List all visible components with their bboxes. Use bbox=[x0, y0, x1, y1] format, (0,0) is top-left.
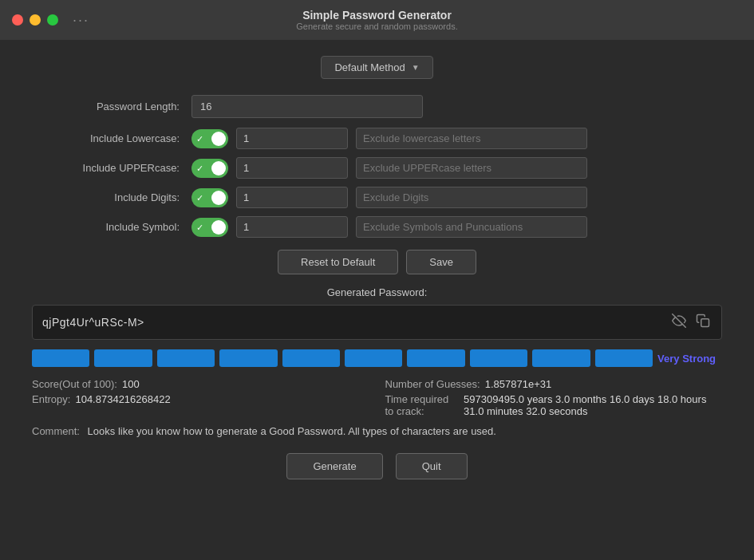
check-icon: ✓ bbox=[196, 133, 203, 144]
strength-bar-row: Very Strong bbox=[32, 349, 722, 367]
strength-segment bbox=[157, 349, 215, 367]
generated-password-row: qjPgt4Ur^uRSc-M> bbox=[32, 305, 722, 340]
lowercase-row: Include Lowercase: ✓ bbox=[32, 128, 722, 149]
stats-grid: Score(Out of 100): 100 Number of Guesses… bbox=[32, 378, 722, 417]
digits-toggle[interactable]: ✓ bbox=[191, 188, 228, 207]
strength-segment bbox=[595, 349, 653, 367]
comment-row: Comment: Looks like you know how to gene… bbox=[32, 425, 722, 437]
strength-segment bbox=[32, 349, 89, 367]
entropy-stat: Entropy: 104.8734216268422 bbox=[32, 393, 369, 417]
strength-segment bbox=[219, 349, 277, 367]
strength-segment bbox=[470, 349, 527, 367]
guesses-stat: Number of Guesses: 1.857871e+31 bbox=[385, 378, 723, 390]
symbol-exclude-input[interactable] bbox=[356, 216, 587, 238]
uppercase-exclude-input[interactable] bbox=[356, 157, 587, 179]
toggle-knob-digits bbox=[211, 191, 226, 205]
generated-password-label: Generated Password: bbox=[32, 286, 722, 298]
action-buttons: Reset to Default Save bbox=[32, 250, 722, 274]
generated-password-text: qjPgt4Ur^uRSc-M> bbox=[42, 316, 670, 329]
symbol-label: Include Symbol: bbox=[32, 221, 191, 233]
crack-stat: Time required to crack: 597309495.0 year… bbox=[385, 393, 723, 417]
toggle-knob bbox=[211, 132, 226, 146]
symbol-toggle[interactable]: ✓ bbox=[191, 218, 228, 237]
app-title-block: Simple Password Generator Generate secur… bbox=[296, 9, 457, 31]
uppercase-min-input[interactable] bbox=[236, 157, 348, 179]
minimize-button[interactable] bbox=[30, 14, 41, 26]
password-length-label: Password Length: bbox=[32, 101, 191, 112]
comment-value: Looks like you know how to generate a Go… bbox=[88, 425, 496, 437]
strength-label: Very Strong bbox=[657, 353, 716, 365]
strength-segment bbox=[345, 349, 402, 367]
generate-button[interactable]: Generate bbox=[286, 453, 382, 479]
main-content: Default Method ▼ Password Length: Includ… bbox=[0, 40, 754, 495]
guesses-label: Number of Guesses: bbox=[385, 378, 480, 390]
entropy-value: 104.8734216268422 bbox=[75, 393, 170, 417]
app-title: Simple Password Generator bbox=[296, 9, 457, 22]
method-arrow: ▼ bbox=[412, 63, 420, 72]
password-action-icons bbox=[670, 312, 712, 333]
score-value: 100 bbox=[122, 378, 140, 390]
password-length-row: Password Length: bbox=[32, 95, 722, 118]
score-label: Score(Out of 100): bbox=[32, 378, 117, 390]
check-icon-symbol: ✓ bbox=[196, 222, 203, 232]
bottom-buttons: Generate Quit bbox=[32, 453, 722, 479]
toggle-knob-symbol bbox=[211, 220, 226, 235]
maximize-button[interactable] bbox=[47, 14, 58, 26]
method-row: Default Method ▼ bbox=[32, 56, 722, 79]
window-controls[interactable]: ··· bbox=[12, 12, 89, 29]
uppercase-row: Include UPPERcase: ✓ bbox=[32, 157, 722, 179]
strength-segment bbox=[407, 349, 464, 367]
svg-rect-1 bbox=[701, 319, 709, 327]
app-subtitle: Generate secure and random passwords. bbox=[296, 22, 457, 31]
password-length-input[interactable] bbox=[191, 95, 423, 118]
titlebar: ··· Simple Password Generator Generate s… bbox=[0, 0, 754, 40]
strength-segment bbox=[94, 349, 152, 367]
copy-password-button[interactable] bbox=[694, 312, 712, 333]
uppercase-label: Include UPPERcase: bbox=[32, 162, 191, 174]
symbol-row: Include Symbol: ✓ bbox=[32, 216, 722, 238]
uppercase-toggle[interactable]: ✓ bbox=[191, 159, 228, 178]
toggle-visibility-button[interactable] bbox=[670, 312, 688, 333]
method-label: Default Method bbox=[334, 61, 405, 73]
lowercase-label: Include Lowercase: bbox=[32, 132, 191, 144]
check-icon-upper: ✓ bbox=[196, 163, 203, 173]
crack-label: Time required to crack: bbox=[385, 393, 460, 417]
check-icon-digits: ✓ bbox=[196, 192, 203, 203]
save-button[interactable]: Save bbox=[406, 250, 476, 274]
lowercase-toggle[interactable]: ✓ bbox=[191, 129, 228, 148]
quit-button[interactable]: Quit bbox=[396, 453, 468, 479]
digits-min-input[interactable] bbox=[236, 187, 348, 208]
digits-label: Include Digits: bbox=[32, 191, 191, 203]
lowercase-min-input[interactable] bbox=[236, 128, 348, 149]
entropy-label: Entropy: bbox=[32, 393, 70, 417]
score-stat: Score(Out of 100): 100 bbox=[32, 378, 369, 390]
close-button[interactable] bbox=[12, 14, 23, 26]
toggle-knob-upper bbox=[211, 161, 226, 175]
lowercase-exclude-input[interactable] bbox=[356, 128, 587, 149]
strength-segment bbox=[282, 349, 340, 367]
more-icon[interactable]: ··· bbox=[73, 12, 89, 29]
method-selector[interactable]: Default Method ▼ bbox=[321, 56, 432, 79]
symbol-min-input[interactable] bbox=[236, 216, 348, 238]
guesses-value: 1.857871e+31 bbox=[485, 378, 552, 390]
strength-segment bbox=[532, 349, 590, 367]
digits-row: Include Digits: ✓ bbox=[32, 187, 722, 208]
reset-button[interactable]: Reset to Default bbox=[278, 250, 398, 274]
crack-value: 597309495.0 years 3.0 months 16.0 days 1… bbox=[464, 393, 722, 417]
comment-key: Comment: bbox=[32, 425, 80, 437]
digits-exclude-input[interactable] bbox=[356, 187, 587, 208]
